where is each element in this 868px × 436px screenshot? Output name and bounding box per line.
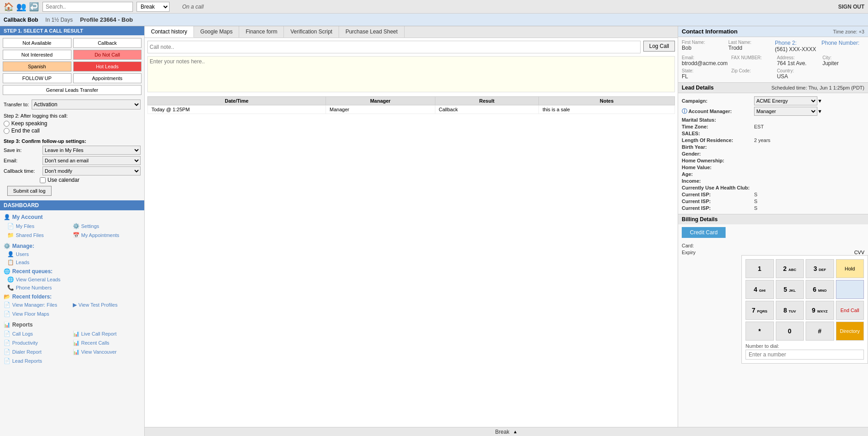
shared-files-link[interactable]: 📁 Shared Files (7, 231, 72, 239)
my-appointments-link[interactable]: 📅 My Appointments (73, 231, 137, 239)
home-value-row: Home Value: (682, 165, 864, 170)
lead-fields: Campaign: ACME Energy ▼ ⓘ Account Manage… (678, 93, 868, 214)
email-select[interactable]: Don't send an email Send email (42, 156, 141, 165)
callback-time-select[interactable]: Don't modify Set time (42, 166, 141, 175)
numpad-9[interactable]: 9 WXYZ (806, 301, 834, 320)
numpad-1[interactable]: 1 (745, 259, 774, 278)
step1-header: STEP 1. SELECT A CALL RESULT (0, 26, 144, 35)
queue-icon: 🌐 (4, 268, 10, 275)
view-vancouver-link[interactable]: 📊 View Vancouver (73, 348, 141, 356)
result-spanish[interactable]: Spanish (3, 62, 71, 71)
phone-number-block: Phone Number: (821, 40, 864, 52)
numpad-0[interactable]: 0 (776, 322, 804, 341)
view-manager-link[interactable]: 📄 View Manager: Files (4, 301, 72, 309)
country-value: USA (777, 73, 819, 80)
home-ownership-row: Home Ownership: (682, 158, 864, 163)
leads-link[interactable]: 📋 Leads (0, 258, 144, 266)
use-calendar-checkbox[interactable] (40, 177, 46, 183)
phone-number-label[interactable]: Phone Number: (821, 40, 864, 46)
phone2-value: (561) XXX-XXXX (775, 46, 818, 52)
result-hot-leads[interactable]: Hot Leads (73, 62, 142, 71)
log-call-button[interactable]: Log Call (643, 41, 675, 52)
transfer-label: Transfer to: (4, 102, 29, 107)
tab-purchase-lead-sheet[interactable]: Purchase Lead Sheet (339, 26, 404, 38)
contact-address: Email: btrodd@acme.com FAX NUMBER: Addre… (678, 55, 868, 82)
call-note-input[interactable] (147, 41, 641, 53)
use-calendar-row: Use calendar (4, 177, 141, 183)
numpad-5[interactable]: 5 JKL (776, 280, 804, 299)
fax-label: FAX NUMBER: (731, 55, 774, 60)
save-in-row: Save in: Leave in My Files Shared Files (4, 146, 141, 155)
tab-finance-form[interactable]: Finance form (239, 26, 284, 38)
result-appointments[interactable]: Appointments (73, 73, 142, 83)
credit-card-button[interactable]: Credit Card (682, 227, 726, 238)
right-panel: Contact Information Time zone: +3 First … (678, 26, 868, 436)
income-label: Income: (682, 178, 754, 184)
numpad-end-call[interactable]: End Call (836, 301, 864, 320)
history-data-table: Date/Time Manager Result Notes Today @ 1… (147, 96, 675, 114)
break-select[interactable]: Break Lunch Training (137, 2, 170, 12)
numpad-star[interactable]: * (745, 322, 774, 341)
view-test-profiles-link[interactable]: ▶ View Test Profiles (73, 301, 141, 309)
sign-out-button[interactable]: SIGN OUT (838, 4, 864, 10)
bottom-break-label: Break (495, 429, 509, 435)
isp3-row: Current ISP: S (682, 205, 864, 211)
numpad-2[interactable]: 2 ABC (776, 259, 804, 278)
result-follow-up[interactable]: FOLLOW UP (3, 73, 71, 83)
isp1-label: Current ISP: (682, 192, 754, 197)
step2-section: Step 2: After logging this call: Keep sp… (0, 111, 144, 137)
submit-call-log-button[interactable]: Submit call log (7, 186, 52, 196)
days-label: In 1½ Days (45, 17, 73, 23)
search-input[interactable] (42, 2, 133, 12)
result-not-interested[interactable]: Not Interested (3, 50, 71, 60)
result-not-available[interactable]: Not Available (3, 38, 71, 48)
number-to-dial-input[interactable] (745, 350, 864, 360)
settings-icon: ⚙️ (73, 223, 80, 229)
result-do-not-call[interactable]: Do Not Call (73, 50, 142, 60)
tab-contact-history[interactable]: Contact history (145, 26, 194, 38)
end-call-radio[interactable] (4, 128, 9, 134)
numpad-8[interactable]: 8 TUV (776, 301, 804, 320)
isp1-val: S (754, 192, 864, 197)
numpad-3[interactable]: 3 DEF (806, 259, 834, 278)
numpad-hold[interactable]: Hold (836, 259, 864, 278)
save-in-select[interactable]: Leave in My Files Shared Files (42, 146, 141, 155)
phone2-label[interactable]: Phone 2: (775, 40, 818, 46)
numpad-7[interactable]: 7 PQRS (745, 301, 774, 320)
live-call-report-link[interactable]: 📊 Live Call Report (73, 330, 141, 338)
view-floor-maps-link[interactable]: 📄 View Floor Maps (4, 310, 72, 318)
transfer-select[interactable]: Activation Sales Support (32, 100, 141, 109)
my-files-link[interactable]: 📄 My Files (7, 222, 72, 230)
tab-google-maps[interactable]: Google Maps (194, 26, 239, 38)
notes-textarea[interactable] (147, 56, 675, 92)
numpad-directory[interactable]: Directory (836, 322, 864, 341)
campaign-select[interactable]: ACME Energy (754, 96, 817, 105)
phone-numbers-link[interactable]: 📞 Phone Numbers (0, 284, 144, 292)
numpad-hash[interactable]: # (806, 322, 834, 341)
email-contact-label: Email: (682, 55, 728, 60)
tab-verification-script[interactable]: Verification Script (284, 26, 339, 38)
numpad-6[interactable]: 6 MNO (806, 280, 834, 299)
appt-icon: 📅 (73, 232, 80, 238)
reports-links: 📄 Call Logs 📊 Live Call Report 📄 Product… (0, 330, 144, 365)
settings-link[interactable]: ⚙️ Settings (73, 222, 137, 230)
left-panel: STEP 1. SELECT A CALL RESULT Not Availab… (0, 26, 145, 436)
lead-reports-link[interactable]: 📄 Lead Reports (4, 357, 72, 365)
lead-details-title: Lead Details (682, 85, 714, 91)
users-link[interactable]: 👤 Users (0, 250, 144, 258)
view-general-leads-link[interactable]: 🌐 View General Leads (0, 275, 144, 284)
number-to-dial-label: Number to dial: (745, 343, 864, 349)
dialer-report-link[interactable]: 📄 Dialer Report (4, 348, 72, 356)
notes-textarea-area (145, 56, 678, 94)
productivity-link[interactable]: 📄 Productivity (4, 339, 72, 347)
numpad-4[interactable]: 4 GHI (745, 280, 774, 299)
call-logs-link[interactable]: 📄 Call Logs (4, 330, 72, 338)
billing-content: Credit Card Card: Expiry CVV (678, 224, 868, 259)
recent-calls-link[interactable]: 📊 Recent Calls (73, 339, 141, 347)
history-table: Date/Time Manager Result Notes Today @ 1… (145, 94, 678, 436)
result-general-leads[interactable]: General Leads Transfer (3, 85, 142, 95)
account-manager-select[interactable]: Manager (754, 107, 817, 116)
result-callback[interactable]: Callback (73, 38, 142, 48)
keep-speaking-radio[interactable] (4, 121, 9, 127)
isp1-row: Current ISP: S (682, 192, 864, 197)
